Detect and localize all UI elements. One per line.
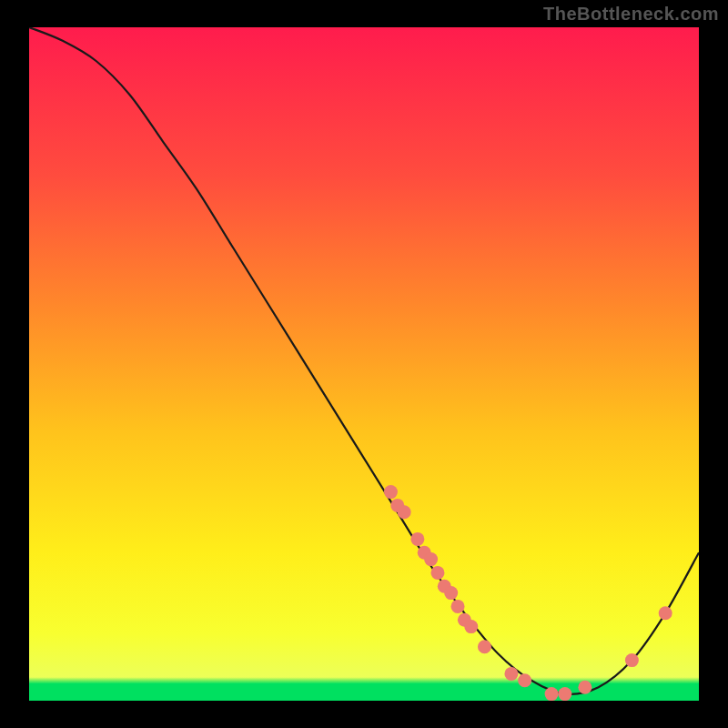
curve-marker	[430, 566, 444, 580]
curve-marker	[478, 640, 491, 653]
curve-marker	[444, 586, 458, 600]
curve-marker	[578, 681, 592, 694]
curve-marker	[451, 600, 465, 613]
curve-marker	[384, 485, 398, 499]
plot-background	[29, 27, 699, 701]
curve-marker	[625, 653, 639, 667]
chart-frame: TheBottleneck.com	[0, 0, 728, 728]
curve-marker	[410, 532, 424, 546]
curve-marker	[518, 673, 531, 687]
curve-marker	[545, 687, 559, 701]
bottleneck-chart	[0, 0, 728, 728]
curve-marker	[659, 606, 672, 620]
curve-marker	[504, 667, 518, 681]
watermark-text: TheBottleneck.com	[543, 4, 719, 25]
curve-marker	[558, 687, 571, 701]
curve-marker	[464, 620, 478, 633]
curve-marker	[398, 505, 411, 519]
curve-marker	[424, 552, 438, 566]
